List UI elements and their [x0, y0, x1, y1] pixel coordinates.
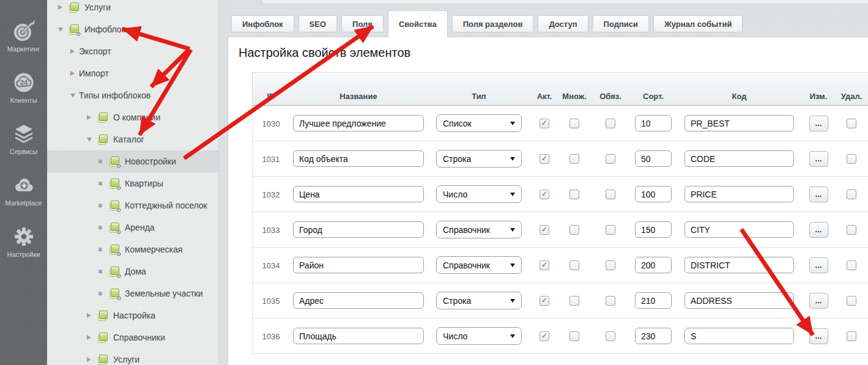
chevron-right-icon[interactable] [70, 71, 79, 76]
property-type-select[interactable]: Справочник [436, 256, 522, 274]
tree-item[interactable]: Типы инфоблоков [47, 84, 218, 106]
tree-item[interactable]: ⚙ Настройка [47, 304, 218, 326]
active-checkbox[interactable] [540, 296, 549, 306]
tree-item-selected[interactable]: ⚙ Новостройки [47, 150, 218, 172]
code-input[interactable] [684, 115, 794, 131]
delete-checkbox[interactable] [847, 260, 856, 270]
sidebar-module-настройки[interactable]: Настройки [0, 224, 47, 258]
chevron-right-icon[interactable] [87, 335, 95, 340]
tab-доступ[interactable]: Доступ [538, 15, 588, 32]
sidebar-module-маркетинг[interactable]: Маркетинг [0, 19, 47, 53]
property-type-select[interactable]: Строка [436, 150, 522, 168]
sort-input[interactable] [635, 292, 672, 309]
property-name-input[interactable] [293, 292, 424, 309]
tab-свойства[interactable]: Свойства [388, 10, 448, 37]
delete-checkbox[interactable] [847, 119, 856, 128]
tree-item[interactable]: ⚙ Земельные участки [47, 282, 218, 304]
tree-item[interactable]: Импорт [47, 62, 218, 84]
property-name-input[interactable] [293, 150, 424, 167]
active-checkbox[interactable] [540, 331, 549, 341]
tree-item[interactable]: ⚙ О компании [47, 106, 218, 128]
chevron-right-icon[interactable] [87, 115, 95, 120]
tree-item[interactable]: ⚙ Услуги [47, 348, 218, 365]
delete-checkbox[interactable] [847, 331, 856, 341]
delete-checkbox[interactable] [847, 296, 856, 306]
edit-more-button[interactable]: ... [809, 116, 828, 131]
property-type-select[interactable]: Число [436, 185, 522, 203]
active-checkbox[interactable] [540, 260, 549, 270]
chevron-right-icon[interactable] [58, 5, 67, 10]
tree-item[interactable]: ⚙ Услуги [47, 0, 218, 18]
multiple-checkbox[interactable] [569, 190, 579, 199]
active-checkbox[interactable] [540, 225, 549, 235]
chevron-down-icon[interactable] [58, 28, 67, 32]
tree-item[interactable]: ⚙ Справочники [47, 326, 218, 348]
multiple-checkbox[interactable] [569, 260, 579, 270]
property-name-input[interactable] [293, 186, 424, 202]
chevron-right-icon[interactable] [87, 313, 95, 318]
tree-item[interactable]: Экспорт [47, 40, 218, 62]
chevron-right-icon[interactable] [87, 357, 95, 362]
code-input[interactable] [684, 328, 794, 344]
required-checkbox[interactable] [606, 119, 615, 128]
edit-more-button[interactable]: ... [809, 186, 828, 202]
multiple-checkbox[interactable] [569, 119, 579, 128]
code-input[interactable] [684, 292, 794, 309]
property-name-input[interactable] [293, 221, 424, 238]
delete-checkbox[interactable] [847, 190, 856, 199]
tree-item[interactable]: ⚙ Каталог [47, 128, 218, 150]
edit-more-button[interactable]: ... [809, 222, 828, 238]
edit-more-button[interactable]: ... [809, 151, 828, 167]
multiple-checkbox[interactable] [569, 154, 579, 164]
tree-item[interactable]: ⚙ Аренда [47, 216, 218, 238]
property-name-input[interactable] [293, 115, 424, 131]
chevron-down-icon[interactable] [70, 94, 79, 98]
sort-input[interactable] [635, 328, 672, 344]
code-input[interactable] [684, 150, 794, 167]
tab-поля[interactable]: Поля [341, 15, 384, 32]
tab-инфоблок[interactable]: Инфоблок [231, 15, 294, 32]
tree-item[interactable]: ⚙ Коммерческая [47, 238, 218, 260]
code-input[interactable] [684, 257, 794, 273]
sidebar-module-клиенты[interactable]: 24 Клиенты [0, 70, 47, 104]
required-checkbox[interactable] [606, 154, 615, 164]
delete-checkbox[interactable] [847, 154, 856, 164]
edit-more-button[interactable]: ... [809, 328, 828, 344]
sidebar-module-marketplace[interactable]: Marketplace [0, 173, 47, 207]
property-type-select[interactable]: Справочник [436, 221, 522, 238]
active-checkbox[interactable] [540, 190, 549, 199]
sort-input[interactable] [635, 221, 672, 238]
property-type-select[interactable]: Строка [436, 292, 522, 309]
chevron-down-icon[interactable] [87, 138, 95, 142]
sort-input[interactable] [635, 257, 672, 273]
required-checkbox[interactable] [606, 331, 615, 341]
tab-seo[interactable]: SEO [299, 15, 337, 32]
multiple-checkbox[interactable] [569, 296, 579, 306]
tree-item[interactable]: ⚙ Инфоблоки [47, 18, 218, 40]
required-checkbox[interactable] [606, 225, 615, 235]
tab-журнал-событий[interactable]: Журнал событий [653, 15, 743, 32]
chevron-right-icon[interactable] [70, 49, 79, 54]
sort-input[interactable] [635, 186, 672, 202]
multiple-checkbox[interactable] [569, 331, 579, 341]
active-checkbox[interactable] [540, 119, 549, 128]
edit-more-button[interactable]: ... [809, 293, 828, 309]
edit-more-button[interactable]: ... [809, 257, 828, 273]
tree-item[interactable]: ⚙ Дома [47, 260, 218, 282]
code-input[interactable] [684, 221, 794, 238]
tree-item[interactable]: ⚙ Квартиры [47, 172, 218, 194]
tab-поля-разделов[interactable]: Поля разделов [452, 15, 534, 32]
property-name-input[interactable] [293, 257, 424, 273]
property-type-select[interactable]: Список [436, 114, 522, 132]
sort-input[interactable] [635, 115, 672, 131]
property-type-select[interactable]: Число [436, 327, 522, 345]
multiple-checkbox[interactable] [569, 225, 579, 235]
tab-подписи[interactable]: Подписи [593, 15, 649, 32]
required-checkbox[interactable] [606, 190, 615, 199]
delete-checkbox[interactable] [847, 225, 856, 235]
sidebar-module-сервисы[interactable]: Сервисы [0, 122, 47, 155]
sort-input[interactable] [635, 150, 672, 167]
required-checkbox[interactable] [606, 296, 615, 306]
tree-item[interactable]: ⚙ Коттеджный поселок [47, 194, 218, 216]
property-name-input[interactable] [293, 328, 424, 344]
